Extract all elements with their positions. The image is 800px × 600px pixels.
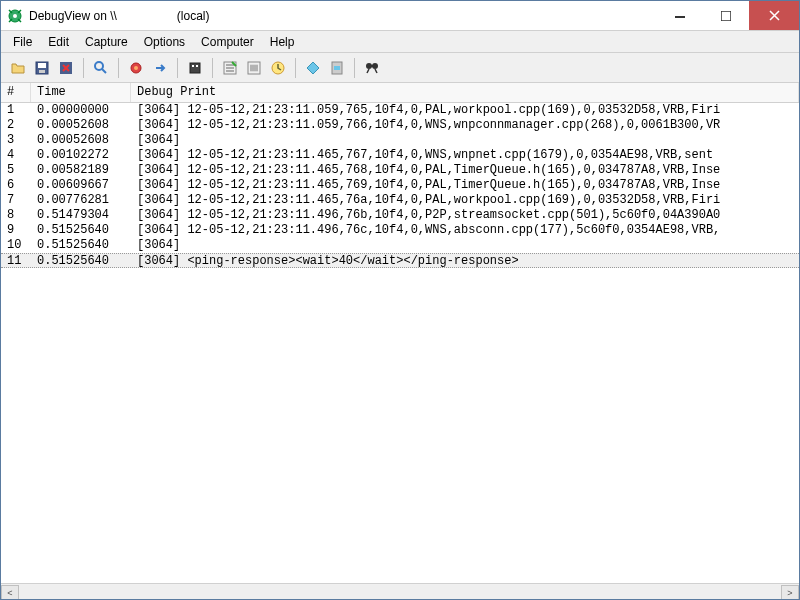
maximize-button[interactable] — [703, 1, 749, 30]
separator — [295, 58, 296, 78]
cell-num: 8 — [1, 208, 31, 223]
cell-num: 3 — [1, 133, 31, 148]
svg-point-8 — [95, 62, 103, 70]
scroll-right-button[interactable]: > — [781, 585, 799, 601]
col-header-debug[interactable]: Debug Print — [131, 83, 799, 102]
save-icon[interactable] — [31, 57, 53, 79]
svg-rect-12 — [192, 65, 194, 67]
cell-time: 0.00582189 — [31, 163, 131, 178]
find-icon[interactable] — [90, 57, 112, 79]
svg-rect-19 — [334, 66, 340, 70]
clock-icon[interactable] — [267, 57, 289, 79]
svg-rect-22 — [371, 65, 373, 67]
bookmark-next-icon[interactable] — [326, 57, 348, 79]
cell-num: 6 — [1, 178, 31, 193]
bookmark-set-icon[interactable] — [302, 57, 324, 79]
cell-debug: [3064] 12-05-12,21:23:11.465,76a,10f4,0,… — [131, 193, 799, 208]
cell-debug: [3064] 12-05-12,21:23:11.465,767,10f4,0,… — [131, 148, 799, 163]
highlight-icon[interactable] — [219, 57, 241, 79]
table-row[interactable]: 50.00582189[3064] 12-05-12,21:23:11.465,… — [1, 163, 799, 178]
menu-options[interactable]: Options — [136, 33, 193, 51]
title-prefix: DebugView on \\ — [29, 9, 117, 23]
cell-num: 1 — [1, 103, 31, 118]
window-controls — [657, 1, 799, 30]
cell-debug: [3064] <ping-response><wait>40</wait></p… — [131, 254, 799, 267]
close-button[interactable] — [749, 1, 799, 30]
svg-point-1 — [13, 14, 17, 18]
svg-rect-5 — [38, 63, 46, 68]
cell-num: 5 — [1, 163, 31, 178]
menu-file[interactable]: File — [5, 33, 40, 51]
column-headers: # Time Debug Print — [1, 83, 799, 103]
cell-num: 10 — [1, 238, 31, 253]
cell-debug: [3064] — [131, 238, 799, 253]
menu-help[interactable]: Help — [262, 33, 303, 51]
scroll-left-button[interactable]: < — [1, 585, 19, 601]
cell-time: 0.00776281 — [31, 193, 131, 208]
cell-time: 0.51525640 — [31, 223, 131, 238]
cell-num: 7 — [1, 193, 31, 208]
cell-time: 0.00102272 — [31, 148, 131, 163]
cell-time: 0.51525640 — [31, 238, 131, 253]
separator — [212, 58, 213, 78]
svg-point-10 — [134, 66, 138, 70]
cell-debug: [3064] — [131, 133, 799, 148]
cell-debug: [3064] 12-05-12,21:23:11.059,766,10f4,0,… — [131, 118, 799, 133]
table-row[interactable]: 30.00052608[3064] — [1, 133, 799, 148]
cell-time: 0.00000000 — [31, 103, 131, 118]
svg-rect-13 — [196, 65, 198, 67]
menu-computer[interactable]: Computer — [193, 33, 262, 51]
titlebar: DebugView on \\ (local) — [1, 1, 799, 31]
table-row[interactable]: 20.00052608[3064] 12-05-12,21:23:11.059,… — [1, 118, 799, 133]
app-icon — [7, 8, 23, 24]
table-row[interactable]: 70.00776281[3064] 12-05-12,21:23:11.465,… — [1, 193, 799, 208]
horizontal-scrollbar[interactable]: < > — [1, 583, 799, 600]
cell-debug: [3064] 12-05-12,21:23:11.465,769,10f4,0,… — [131, 178, 799, 193]
cell-time: 0.51525640 — [31, 254, 131, 267]
clear-icon[interactable] — [55, 57, 77, 79]
cell-debug: [3064] 12-05-12,21:23:11.465,768,10f4,0,… — [131, 163, 799, 178]
separator — [177, 58, 178, 78]
menubar: File Edit Capture Options Computer Help — [1, 31, 799, 53]
menu-edit[interactable]: Edit — [40, 33, 77, 51]
svg-rect-2 — [675, 16, 685, 18]
separator — [118, 58, 119, 78]
cell-debug: [3064] 12-05-12,21:23:11.496,76c,10f4,0,… — [131, 223, 799, 238]
open-icon[interactable] — [7, 57, 29, 79]
cell-debug: [3064] 12-05-12,21:23:11.496,76b,10f4,0,… — [131, 208, 799, 223]
separator — [83, 58, 84, 78]
cell-num: 9 — [1, 223, 31, 238]
log-view: # Time Debug Print 10.00000000[3064] 12-… — [1, 83, 799, 583]
menu-capture[interactable]: Capture — [77, 33, 136, 51]
forward-icon[interactable] — [149, 57, 171, 79]
table-row[interactable]: 100.51525640[3064] — [1, 238, 799, 253]
cell-num: 2 — [1, 118, 31, 133]
autoscroll-icon[interactable] — [243, 57, 265, 79]
cell-time: 0.51479304 — [31, 208, 131, 223]
toolbar — [1, 53, 799, 83]
cell-num: 11 — [1, 254, 31, 267]
cell-time: 0.00052608 — [31, 118, 131, 133]
cell-num: 4 — [1, 148, 31, 163]
col-header-time[interactable]: Time — [31, 83, 131, 102]
capture-icon[interactable] — [125, 57, 147, 79]
table-row[interactable]: 90.51525640[3064] 12-05-12,21:23:11.496,… — [1, 223, 799, 238]
col-header-num[interactable]: # — [1, 83, 31, 102]
table-row[interactable]: 10.00000000[3064] 12-05-12,21:23:11.059,… — [1, 103, 799, 118]
table-row[interactable]: 110.51525640[3064] <ping-response><wait>… — [1, 253, 799, 268]
scroll-track[interactable] — [19, 585, 781, 601]
svg-rect-3 — [721, 11, 731, 21]
minimize-button[interactable] — [657, 1, 703, 30]
cell-debug: [3064] 12-05-12,21:23:11.059,765,10f4,0,… — [131, 103, 799, 118]
svg-rect-11 — [190, 63, 200, 73]
log-rows[interactable]: 10.00000000[3064] 12-05-12,21:23:11.059,… — [1, 103, 799, 268]
cell-time: 0.00609667 — [31, 178, 131, 193]
table-row[interactable]: 80.51479304[3064] 12-05-12,21:23:11.496,… — [1, 208, 799, 223]
find2-icon[interactable] — [361, 57, 383, 79]
title-machine: (local) — [177, 9, 210, 23]
table-row[interactable]: 60.00609667[3064] 12-05-12,21:23:11.465,… — [1, 178, 799, 193]
filter-icon[interactable] — [184, 57, 206, 79]
svg-rect-6 — [39, 70, 45, 73]
cell-time: 0.00052608 — [31, 133, 131, 148]
table-row[interactable]: 40.00102272[3064] 12-05-12,21:23:11.465,… — [1, 148, 799, 163]
